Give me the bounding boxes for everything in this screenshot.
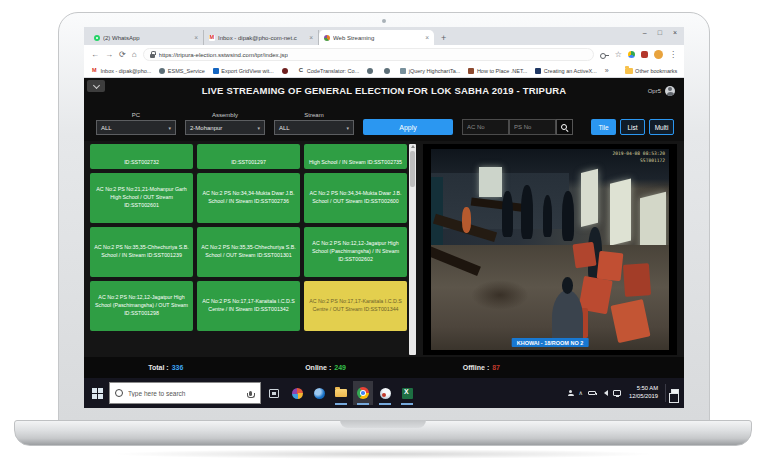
reload-icon[interactable]: ⟳ <box>119 51 126 59</box>
back-icon[interactable]: ← <box>91 51 99 59</box>
bookmark-item[interactable]: Creating an ActiveX... <box>535 68 596 74</box>
url-bar[interactable]: https://tripura-election.sstwsind.com/tp… <box>143 48 594 61</box>
stream-cell[interactable]: AC No:2 PS No:34,34-Mukta Dwar J.B. Scho… <box>304 173 407 223</box>
menu-kebab-icon[interactable]: ⋮ <box>669 50 677 59</box>
search-button[interactable] <box>556 119 573 135</box>
jquery-icon <box>400 68 406 74</box>
bookmarks-bar: Inbox - dipak@pho... ESMS_Service Export… <box>84 64 684 78</box>
tab-label: Inbox - dipak@pho-com-net.c <box>218 35 306 41</box>
home-icon[interactable]: ⌂ <box>132 51 137 59</box>
globe-icon <box>159 68 165 74</box>
browser-tabstrip: (2) WhatsApp × Inbox - dipak@pho-com-net… <box>84 27 684 45</box>
stream-select[interactable]: ALL ▾ <box>274 120 354 135</box>
stream-cell[interactable]: High School / IN Stream ID:SST002735 <box>304 144 407 169</box>
stream-cell[interactable]: AC No:2 PS No:12,12-Jagatpur High School… <box>90 281 193 331</box>
stream-cell[interactable]: AC No:2 PS No:17,17-Karaitala I.C.D.S Ce… <box>304 281 407 331</box>
app-icon-paint[interactable] <box>375 381 395 405</box>
minimize-button[interactable]: – <box>643 29 647 36</box>
list-view-button[interactable]: List <box>620 119 645 135</box>
scrollbar-thumb[interactable] <box>410 151 415 187</box>
stream-cell[interactable]: AC No:2 PS No:35,35-Chhechuriya S.B. Sch… <box>90 227 193 277</box>
bookmarks-overflow-chevron[interactable]: » <box>605 67 609 74</box>
speaker-icon[interactable] <box>601 390 608 396</box>
app-icon-explorer[interactable] <box>331 381 351 405</box>
offline-stat: Offline : 87 <box>403 364 559 371</box>
close-icon[interactable]: × <box>194 34 198 41</box>
bookmark-item[interactable]: Export GridView wit... <box>213 68 274 74</box>
close-icon[interactable]: × <box>309 34 313 41</box>
bookmark-item[interactable] <box>367 68 376 74</box>
grid-scrollbar[interactable] <box>409 144 416 355</box>
stream-cell[interactable]: ID:SST001297 <box>197 144 300 169</box>
battery-icon[interactable] <box>588 391 596 396</box>
apply-button[interactable]: Apply <box>363 119 453 135</box>
grid-icon <box>213 68 219 74</box>
tray-expand-icon[interactable]: ∧ <box>579 390 583 396</box>
bookmark-item[interactable]: ESMS_Service <box>159 68 205 74</box>
laptop-notch <box>340 420 426 428</box>
stream-cell[interactable]: ID:SST002732 <box>90 144 193 169</box>
ac-no-input[interactable] <box>462 119 509 135</box>
taskbar-clock[interactable]: 5:50 AM 12/05/2019 <box>629 385 658 401</box>
assembly-select[interactable]: 2-Mohanpur ▾ <box>185 120 265 135</box>
other-bookmarks-button[interactable]: Other bookmarks <box>625 68 678 74</box>
notification-center[interactable] <box>665 384 679 402</box>
scroll-up-icon[interactable] <box>411 145 415 148</box>
stream-cell[interactable]: AC No:2 PS No:12,12-Jagatpur High School… <box>304 227 407 277</box>
bookmark-item[interactable] <box>384 68 393 74</box>
app-icon-excel[interactable] <box>397 381 417 405</box>
pinwheel-icon <box>292 388 303 399</box>
taskbar-search-input[interactable] <box>128 390 244 397</box>
bookmark-star-icon[interactable]: ☆ <box>615 51 622 59</box>
tab-web-streaming[interactable]: Web Streaming × <box>319 30 434 45</box>
extension-icon[interactable] <box>641 51 648 58</box>
offline-count: 87 <box>492 364 500 371</box>
new-tab-button[interactable]: + <box>441 33 446 43</box>
app-icon-pinwheel[interactable] <box>287 381 307 405</box>
bookmark-item[interactable]: Inbox - dipak@pho... <box>92 68 151 74</box>
tab-gmail[interactable]: Inbox - dipak@pho-com-net.c × <box>204 30 319 45</box>
task-view-icon[interactable] <box>269 389 279 398</box>
extension-icon[interactable] <box>628 51 635 58</box>
stream-cell[interactable]: AC No:2 PS No:21,21-Mohanpur Garh High S… <box>90 173 193 223</box>
maximize-button[interactable]: □ <box>658 29 662 36</box>
user-name: Opr5 <box>648 88 661 94</box>
window-controls: – □ × <box>643 29 677 36</box>
user-avatar-icon[interactable] <box>665 86 675 96</box>
online-count: 249 <box>334 364 346 371</box>
ps-no-input[interactable] <box>509 119 556 135</box>
stream-label: Stream <box>304 112 323 118</box>
start-button[interactable] <box>92 388 103 399</box>
bookmark-item[interactable]: CodeTranslator: Co... <box>298 68 359 74</box>
network-icon[interactable] <box>613 390 621 396</box>
stream-cell[interactable]: AC No:2 PS No:34,34-Mukta Dwar J.B. Scho… <box>197 173 300 223</box>
profile-avatar[interactable] <box>654 50 663 59</box>
pc-select[interactable]: ALL ▾ <box>96 120 176 135</box>
app-icon-chrome[interactable] <box>353 381 373 405</box>
tab-whatsapp[interactable]: (2) WhatsApp × <box>89 30 204 45</box>
tile-view-button[interactable]: Tile <box>591 119 616 135</box>
stream-cell[interactable]: AC No:2 PS No:17,17-Karaitala I.C.D.S Ce… <box>197 281 300 331</box>
close-window-button[interactable]: × <box>673 29 677 36</box>
video-panel[interactable]: 2019-04-08 08:53:20 SST001172 KHOWAI - 1… <box>423 144 677 355</box>
multi-view-button[interactable]: Multi <box>649 119 674 135</box>
people-icon[interactable] <box>568 390 574 396</box>
app-icon-edge[interactable] <box>309 381 329 405</box>
page-header: LIVE STREAMING OF GENERAL ELECTION FOR L… <box>84 78 684 103</box>
key-icon[interactable] <box>600 50 609 59</box>
bookmark-item[interactable]: jQuery HighchartTa... <box>400 68 460 74</box>
user-area[interactable]: Opr5 <box>648 86 675 96</box>
forward-icon[interactable]: → <box>105 51 113 59</box>
microphone-icon[interactable] <box>249 391 252 396</box>
code-icon <box>298 68 304 74</box>
filter-bar: PC ALL ▾ Assembly 2-Mohanpur ▾ <box>84 103 684 141</box>
bookmark-item[interactable] <box>282 68 291 74</box>
stream-cell[interactable]: AC No:2 PS No:35,35-Chhechuriya S.B. Sch… <box>197 227 300 277</box>
assembly-label: Assembly <box>212 112 238 118</box>
status-bar: Total : 336 Online : 249 Offline : 87 <box>84 357 684 378</box>
lock-icon <box>150 54 155 58</box>
collapse-panel-button[interactable] <box>87 80 105 92</box>
bookmark-item[interactable]: How to Place .NET... <box>468 68 527 74</box>
close-icon[interactable]: × <box>425 34 429 41</box>
taskbar-search[interactable] <box>109 382 261 404</box>
